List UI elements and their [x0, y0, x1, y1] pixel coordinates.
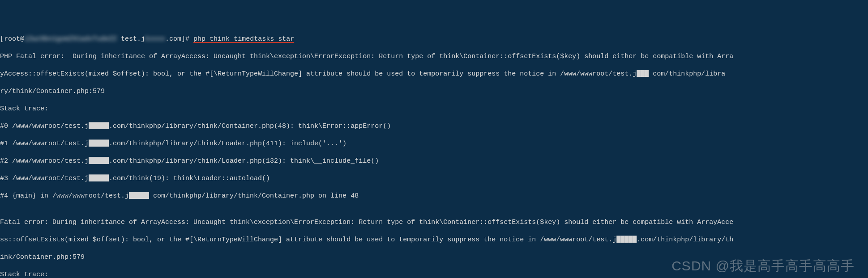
command-text: php think timedtasks star [193, 35, 294, 43]
output-line: Fatal error: During inheritance of Array… [0, 218, 868, 227]
prompt-suffix: .com]# [165, 35, 193, 43]
prompt-line: [root@iZwz9bn1gomZ91adxTudeZZ test.jkxxx… [0, 35, 868, 44]
prompt-host-blur: iZwz9bn1gomZ91adxTudeZZ [24, 35, 117, 43]
output-line: #0 /www/wwwroot/test.j█████.com/thinkphp… [0, 122, 868, 131]
output-line: Stack trace: [0, 105, 868, 114]
prompt-domain-blur: kxxxx [145, 35, 165, 43]
output-line: ry/think/Container.php:579 [0, 87, 868, 96]
output-line: #3 /www/wwwroot/test.j█████.com/think(19… [0, 174, 868, 183]
output-line: #4 {main} in /www/wwwroot/test.j█████ co… [0, 192, 868, 201]
output-line: Stack trace: [0, 270, 868, 278]
output-line: ink/Container.php:579 [0, 253, 868, 262]
output-line: ss::offsetExists(mixed $offset): bool, o… [0, 236, 868, 244]
prompt-mid: test.j [117, 35, 145, 43]
output-line: #1 /www/wwwroot/test.j█████.com/thinkphp… [0, 139, 868, 148]
output-line: yAccess::offsetExists(mixed $offset): bo… [0, 70, 868, 79]
output-line: #2 /www/wwwroot/test.j█████.com/thinkphp… [0, 157, 868, 166]
output-line: PHP Fatal error: During inheritance of A… [0, 52, 868, 61]
terminal-output[interactable]: [root@iZwz9bn1gomZ91adxTudeZZ test.jkxxx… [0, 35, 868, 278]
prompt-prefix: [root@ [0, 35, 24, 43]
